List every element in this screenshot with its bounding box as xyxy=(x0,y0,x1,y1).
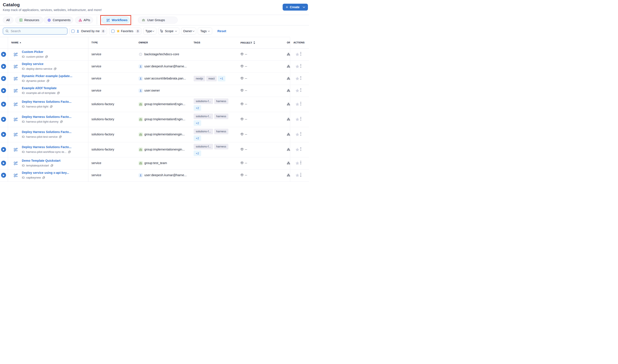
svg-text:?: ? xyxy=(140,53,141,55)
